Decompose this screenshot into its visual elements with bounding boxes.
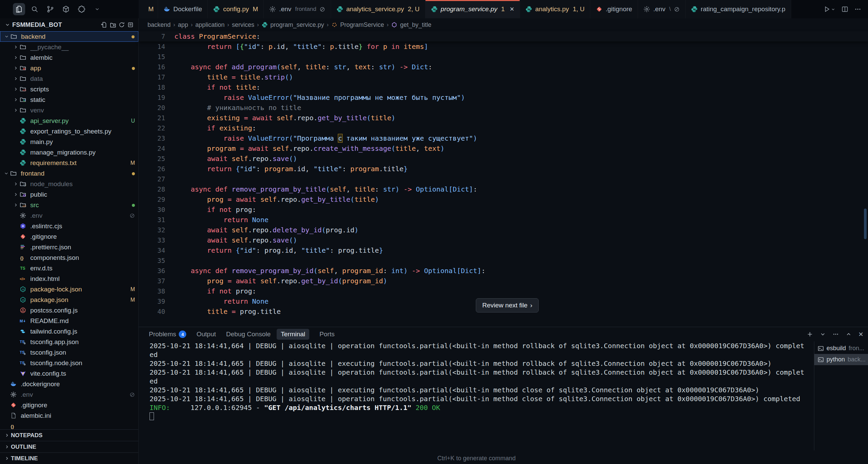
tree-item-.env[interactable]: .env <box>0 389 138 400</box>
refresh-explorer-button[interactable] <box>117 20 126 29</box>
scrollbar-thumb[interactable] <box>864 209 867 239</box>
tree-item-.env[interactable]: .env <box>0 210 138 221</box>
breadcrumb-item[interactable]: program_service.py <box>271 21 324 29</box>
tree-item-.prettierrc.json[interactable]: .prettierrc.json <box>0 242 138 252</box>
tab-Dockerfile[interactable]: Dockerfile <box>158 0 208 18</box>
tab-M[interactable]: M <box>139 0 158 18</box>
tree-item-src[interactable]: </>src <box>0 200 138 210</box>
tree-item-public[interactable]: public <box>0 189 138 200</box>
chevron-down-icon[interactable] <box>91 3 103 15</box>
review-next-file-button[interactable]: Review next file › <box>476 298 539 313</box>
terminal-instance-esbuild[interactable]: esbuildfron... <box>814 343 868 354</box>
new-file-button[interactable] <box>100 20 108 29</box>
tree-item-__pycache__[interactable]: __pycache__ <box>0 42 138 52</box>
tree-item-.dockerignore[interactable]: .dockerignore <box>0 379 138 389</box>
tree-item-manage_migrations.py[interactable]: manage_migrations.py <box>0 147 138 158</box>
breadcrumb-item[interactable]: app <box>178 21 188 29</box>
tree-item-alembic.ini[interactable]: alembic.ini <box>0 410 138 421</box>
extensions-icon[interactable] <box>75 3 88 15</box>
tree-item-venv[interactable]: venv <box>0 105 138 115</box>
run-button[interactable] <box>823 6 835 13</box>
cube-icon[interactable] <box>60 3 72 15</box>
tab-program-service.py[interactable]: program_service.py 1× <box>426 0 520 18</box>
panel-tab-debug-console[interactable]: Debug Console <box>226 331 271 338</box>
tree-item-data[interactable]: data <box>0 73 138 84</box>
tree-item-backend[interactable]: backend <box>0 31 138 42</box>
tree-item-requirements.txt[interactable]: requirements.txtM <box>0 158 138 168</box>
panel-tab-problems[interactable]: Problems4 <box>149 331 186 338</box>
tree-item-export_ratings_to_sheets.py[interactable]: export_ratings_to_sheets.py <box>0 126 138 137</box>
tree-item-package-lock.json[interactable]: JSpackage-lock.jsonM <box>0 284 138 295</box>
tree-item-.gitignore[interactable]: .gitignore <box>0 400 138 410</box>
tree-item-unnamed[interactable]: {} <box>0 421 138 429</box>
folder-app-icon <box>20 65 28 72</box>
more-button[interactable] <box>833 331 839 337</box>
tab-rating-campaign-repository.p[interactable]: rating_campaign_repository.p <box>685 0 791 18</box>
tree-item-label: .dockerignore <box>21 380 135 388</box>
terminal-dropdown-button[interactable] <box>820 331 826 337</box>
explorer-icon[interactable] <box>13 3 25 15</box>
close-panel-button[interactable]: × <box>858 330 863 338</box>
tree-item-api_server.py[interactable]: api_server.pyU <box>0 115 138 126</box>
tab-.gitignore[interactable]: .gitignore <box>590 0 638 18</box>
close-icon[interactable]: × <box>510 5 514 13</box>
tree-item-postcss.config.js[interactable]: postcss.config.js <box>0 305 138 316</box>
python-icon <box>20 139 28 145</box>
search-icon[interactable] <box>29 3 41 15</box>
tree-item-node_modules[interactable]: @node_modules <box>0 179 138 189</box>
breadcrumb-separator: › <box>257 22 259 28</box>
tab-analytics-service.py[interactable]: analytics_service.py 2, U <box>331 0 426 18</box>
tree-item-app[interactable]: app <box>0 63 138 73</box>
new-folder-button[interactable] <box>108 20 117 29</box>
more-actions-button[interactable] <box>854 6 861 13</box>
sidebar-section-outline[interactable]: OUTLINE <box>0 441 138 452</box>
breadcrumb-item[interactable]: get_by_title <box>400 21 431 29</box>
tree-item-alembic[interactable]: alembic <box>0 52 138 63</box>
tree-item-scripts[interactable]: </>scripts <box>0 84 138 94</box>
tree-item-tailwind.config.js[interactable]: tailwind.config.js <box>0 326 138 337</box>
breadcrumb[interactable]: backend›app›application›services›program… <box>139 18 868 31</box>
code-line: 33 await self.repo.save() <box>139 235 868 245</box>
tab-config.py[interactable]: config.py M <box>208 0 264 18</box>
tree-item-index.html[interactable]: </>index.html <box>0 273 138 284</box>
terminal-hint: Ctrl+K to generate command <box>139 455 814 462</box>
new-terminal-button[interactable] <box>807 331 813 337</box>
breadcrumb-item[interactable]: backend <box>147 21 171 29</box>
tree-item-tsconfig.node.json[interactable]: TStsconfig.node.json <box>0 358 138 368</box>
tree-item-env.d.ts[interactable]: TSenv.d.ts <box>0 263 138 273</box>
terminal-output[interactable]: 2025-10-21 18:14:41,664 | DEBUG | aiosql… <box>139 341 814 450</box>
breadcrumb-item[interactable]: services <box>232 21 254 29</box>
collapse-folders-button[interactable] <box>126 20 135 29</box>
tree-item-package.json[interactable]: JSpackage.jsonM <box>0 295 138 305</box>
tree-item-static[interactable]: static <box>0 94 138 105</box>
sidebar-section-notepads[interactable]: NOTEPADS <box>0 429 138 441</box>
sidebar-section-timeline[interactable]: TIMELINE <box>0 452 138 464</box>
tab-.env[interactable]: .env\ <box>638 0 685 18</box>
panel-tab-terminal[interactable]: Terminal <box>277 329 309 340</box>
sticky-scroll-line[interactable]: 7class ProgramService: <box>139 31 868 41</box>
tree-item-components.json[interactable]: {}components.json <box>0 252 138 263</box>
maximize-panel-button[interactable] <box>846 331 852 337</box>
tree-item-README.md[interactable]: MREADME.md <box>0 316 138 326</box>
panel-tab-output[interactable]: Output <box>196 331 216 338</box>
git-status-badge: M <box>131 286 135 292</box>
tree-item-.eslintrc.cjs[interactable]: .eslintrc.cjs <box>0 221 138 231</box>
breadcrumb-item[interactable]: ProgramService <box>340 21 384 29</box>
tree-item-tsconfig.app.json[interactable]: TStsconfig.app.json <box>0 337 138 347</box>
tree-item-vite.config.ts[interactable]: vite.config.ts <box>0 368 138 379</box>
tab-analytics.py[interactable]: analytics.py 1, U <box>520 0 590 18</box>
breadcrumb-item[interactable]: application <box>195 21 225 29</box>
source-control-icon[interactable] <box>44 3 56 15</box>
tree-item-tsconfig.json[interactable]: TStsconfig.json <box>0 347 138 358</box>
tree-item-main.py[interactable]: main.py <box>0 137 138 147</box>
tab-.env[interactable]: .envfrontand <box>264 0 331 18</box>
tree-item-.gitignore[interactable]: .gitignore <box>0 231 138 242</box>
code-area[interactable]: 7class ProgramService: 14 return [{"id":… <box>139 31 868 317</box>
editor-scrollbar[interactable] <box>864 52 867 323</box>
panel-tab-ports[interactable]: Ports <box>319 331 334 338</box>
split-editor-button[interactable] <box>841 6 848 13</box>
terminal-instance-python[interactable]: pythonback... <box>814 354 868 365</box>
explorer-root-header[interactable]: FSMMEDIA_BOT <box>0 18 138 31</box>
tree-item-frontand[interactable]: frontand <box>0 168 138 179</box>
python-icon <box>691 6 698 13</box>
